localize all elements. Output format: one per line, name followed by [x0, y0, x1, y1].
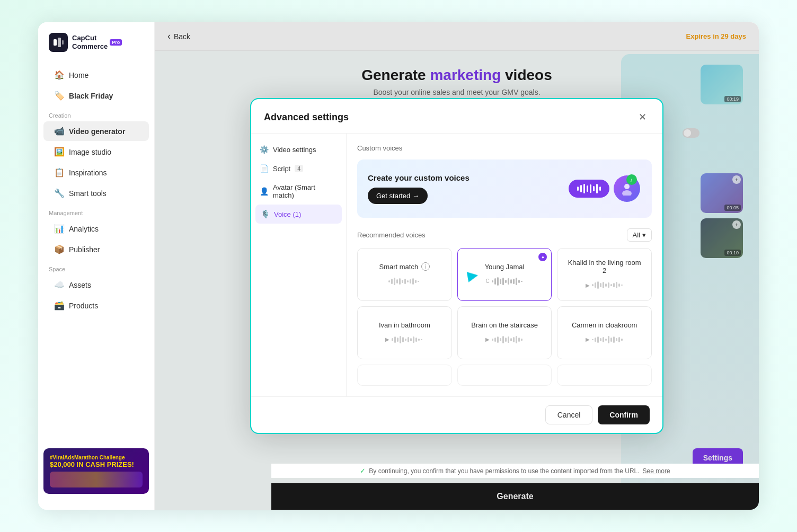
- voice-card-brain-name: Brain on the staircase: [471, 321, 538, 329]
- svg-rect-48: [410, 338, 412, 341]
- svg-rect-55: [497, 336, 499, 343]
- svg-rect-28: [521, 281, 523, 282]
- svg-rect-50: [415, 338, 417, 342]
- voice-card-smart-match-name: Smart match: [379, 263, 418, 271]
- space-section-label: Space: [38, 260, 154, 274]
- svg-rect-26: [516, 278, 517, 285]
- svg-rect-56: [500, 338, 501, 341]
- khalid-play-icon: ▶: [586, 282, 590, 288]
- active-indicator: ♪: [626, 174, 637, 185]
- svg-rect-17: [492, 280, 493, 282]
- voice-card-ivan[interactable]: Ivan in bathroom ▶: [357, 306, 452, 359]
- svg-rect-31: [597, 281, 599, 289]
- products-icon: 🗃️: [54, 300, 64, 311]
- voice-card-ivan-name: Ivan in bathroom: [379, 321, 430, 329]
- voice-card-brain[interactable]: Brain on the staircase ▶: [457, 306, 552, 359]
- chevron-down-icon: ▾: [642, 231, 646, 239]
- svg-rect-66: [595, 338, 596, 342]
- svg-rect-74: [616, 338, 617, 341]
- svg-rect-5: [388, 280, 390, 282]
- svg-rect-2: [62, 40, 64, 45]
- svg-rect-27: [518, 280, 520, 283]
- video-gen-icon: 📹: [54, 126, 64, 136]
- svg-rect-47: [408, 337, 409, 342]
- svg-rect-29: [592, 284, 594, 286]
- svg-rect-20: [500, 279, 501, 284]
- svg-rect-7: [394, 278, 395, 285]
- svg-point-4: [622, 190, 632, 196]
- avatar-icon: 👤: [260, 187, 269, 196]
- svg-rect-71: [608, 336, 609, 343]
- sidebar-item-inspirations[interactable]: 📋 Inspirations: [43, 163, 149, 182]
- modal-sidebar-script[interactable]: 📄 Script 4: [251, 159, 346, 178]
- svg-rect-39: [618, 283, 620, 287]
- main-content: ‹ Back Expires in 29 days 00:19 + 00:05 …: [155, 22, 759, 510]
- svg-rect-9: [399, 278, 401, 285]
- khalid-wave: [592, 280, 624, 290]
- smart-match-info-icon[interactable]: i: [421, 262, 430, 271]
- brain-play-icon: ▶: [485, 336, 490, 342]
- sidebar-item-analytics[interactable]: 📊 Analytics: [43, 219, 149, 238]
- custom-voices-title: Create your custom voices: [368, 173, 470, 182]
- assets-icon: ☁️: [54, 280, 64, 290]
- svg-rect-16: [418, 281, 419, 282]
- voice-card-smart-match[interactable]: Smart match i: [357, 248, 452, 301]
- svg-rect-33: [603, 282, 604, 288]
- svg-rect-67: [597, 336, 599, 343]
- recommended-voices-label: Recommended voices: [357, 231, 426, 239]
- brain-wave: [492, 334, 524, 345]
- svg-rect-21: [502, 278, 504, 285]
- modal-sidebar-avatar[interactable]: 👤 Avatar (Smart match): [251, 178, 346, 205]
- checkmark-icon: ✓: [360, 467, 366, 475]
- svg-rect-54: [494, 338, 496, 342]
- svg-rect-32: [600, 283, 601, 287]
- banner-visual: ♪: [567, 170, 641, 207]
- svg-rect-75: [618, 337, 620, 342]
- voices-grid: Smart match i: [357, 248, 652, 359]
- svg-rect-76: [621, 339, 623, 341]
- get-started-button[interactable]: Get started →: [368, 188, 428, 204]
- sidebar-item-image-studio[interactable]: 🖼️ Image studio: [43, 142, 149, 162]
- svg-rect-23: [508, 278, 509, 285]
- svg-rect-58: [505, 338, 507, 342]
- confirm-button[interactable]: Confirm: [598, 405, 650, 424]
- svg-rect-36: [610, 284, 612, 286]
- video-settings-icon: ⚙️: [260, 145, 269, 154]
- modal-sidebar-voice[interactable]: 🎙️ Voice (1): [255, 205, 342, 224]
- management-section-label: Management: [38, 203, 154, 218]
- svg-rect-10: [402, 280, 403, 283]
- modal-close-button[interactable]: ✕: [635, 110, 650, 125]
- voice-card-young-jamal-name: Young Jamal: [485, 263, 525, 271]
- cancel-button[interactable]: Cancel: [545, 405, 593, 424]
- modal-footer: Cancel Confirm: [251, 396, 662, 433]
- script-icon: 📄: [260, 164, 269, 173]
- svg-rect-59: [508, 336, 509, 343]
- svg-rect-44: [400, 336, 401, 343]
- voice-card-young-jamal[interactable]: ● ▶ Young Jamal C: [457, 248, 552, 301]
- voice-card-khalid[interactable]: Khalid in the living room 2 ▶: [557, 248, 652, 301]
- creation-section-label: Creation: [38, 106, 154, 121]
- sidebar-item-assets[interactable]: ☁️ Assets: [43, 275, 149, 295]
- svg-rect-65: [592, 339, 594, 340]
- modal-sidebar: ⚙️ Video settings 📄 Script 4 👤 Avatar (S…: [251, 134, 347, 396]
- svg-rect-22: [505, 280, 507, 283]
- sidebar-item-smart-tools[interactable]: 🔧 Smart tools: [43, 183, 149, 203]
- logo-icon: [49, 33, 68, 52]
- sidebar-item-video-generator[interactable]: 📹 Video generator: [43, 121, 149, 141]
- see-more-link[interactable]: See more: [643, 467, 670, 475]
- sidebar-item-black-friday[interactable]: 🏷️ Black Friday: [43, 86, 149, 105]
- modal-sidebar-video-settings[interactable]: ⚙️ Video settings: [251, 140, 346, 159]
- svg-rect-53: [492, 339, 493, 341]
- voice-filter-dropdown[interactable]: All ▾: [627, 228, 652, 242]
- promo-hashtag: #ViralAdsMarathon Challenge: [50, 455, 143, 460]
- ivan-play-icon: ▶: [385, 336, 389, 342]
- svg-rect-51: [418, 339, 420, 341]
- sidebar-item-home[interactable]: 🏠 Home: [43, 65, 149, 85]
- sidebar-item-products[interactable]: 🗃️ Products: [43, 296, 149, 315]
- svg-rect-15: [415, 280, 417, 283]
- sidebar-item-publisher[interactable]: 📦 Publisher: [43, 240, 149, 259]
- svg-rect-46: [405, 339, 406, 341]
- carmen-wave: [592, 334, 624, 345]
- voice-wave-visual: [569, 180, 609, 198]
- voice-card-carmen[interactable]: Carmen in cloakroom ▶: [557, 306, 652, 359]
